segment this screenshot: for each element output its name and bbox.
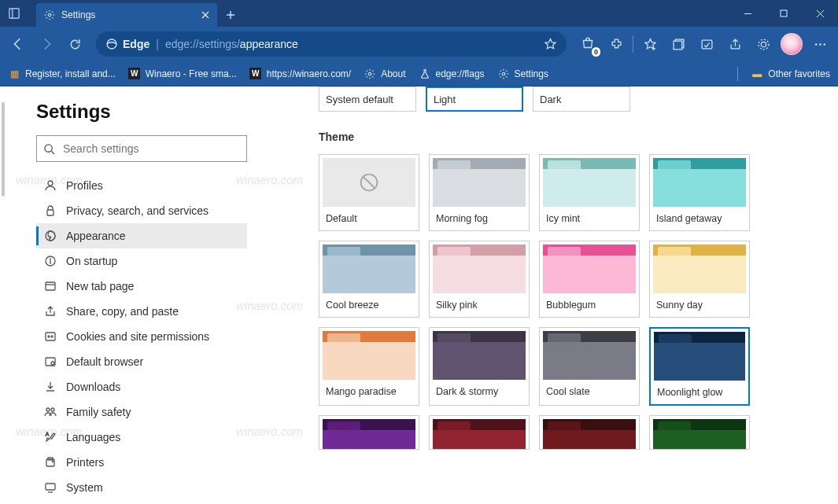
theme-label: Island getaway [653,207,746,226]
svg-line-41 [363,176,375,189]
theme-card-partial-[interactable] [429,415,530,450]
svg-point-9 [761,42,766,46]
theme-label: Cool slate [543,380,636,399]
theme-card-partial-[interactable] [539,415,640,450]
nav-icon [44,456,57,469]
scrollbar-thumb[interactable] [2,102,5,197]
theme-card-default[interactable]: Default [319,154,419,231]
prohibited-icon [359,172,379,193]
bookmark-item[interactable]: About [364,68,405,80]
sidebar-item-family-safety[interactable]: Family safety [36,399,247,425]
sidebar-item-share-copy-and-paste[interactable]: Share, copy, and paste [36,299,247,324]
shopping-icon[interactable]: 0 [574,31,601,57]
collections-icon[interactable] [665,31,692,57]
svg-point-33 [51,408,54,411]
theme-card-cool-breeze[interactable]: Cool breeze [319,241,419,318]
gear-icon [497,68,510,80]
sidebar-item-label: Printers [66,456,104,469]
theme-card-island-getaway[interactable]: Island getaway [649,154,750,231]
back-button[interactable] [5,31,31,57]
svg-rect-3 [781,10,787,17]
sidebar-item-printers[interactable]: Printers [36,450,247,475]
close-window-button[interactable] [802,0,838,27]
new-tab-button[interactable] [219,3,242,27]
sidebar-item-downloads[interactable]: Downloads [36,374,247,399]
svg-point-28 [48,336,50,337]
badge-count: 0 [592,47,600,57]
theme-card-sunny-day[interactable]: Sunny day [649,241,750,318]
tab-actions-icon[interactable] [3,2,25,24]
theme-card-silky-pink[interactable]: Silky pink [429,241,530,318]
sidebar-item-new-tab-page[interactable]: New tab page [36,274,247,299]
browser-tab[interactable]: Settings [36,3,217,27]
mode-dark[interactable]: Dark [533,86,630,112]
extensions-icon[interactable] [603,31,629,57]
theme-card-moonlight-glow[interactable]: Moonlight glow [649,327,750,406]
favorites-icon[interactable] [637,31,663,57]
profile-avatar[interactable] [778,31,805,57]
sidebar-item-privacy-search-and-services[interactable]: Privacy, search, and services [36,198,247,223]
close-icon[interactable] [201,11,209,19]
svg-point-4 [107,39,116,49]
svg-point-31 [51,362,54,365]
search-input[interactable] [63,142,240,155]
sidebar-item-profiles[interactable]: Profiles [36,173,247,198]
maximize-button[interactable] [766,0,802,27]
sidebar-item-system[interactable]: System [36,475,247,500]
performance-icon[interactable] [750,31,777,57]
bookmark-item[interactable]: Whttps://winaero.com/ [249,68,351,80]
mode-system-default[interactable]: System default [319,86,416,112]
bookmark-item[interactable]: ▦Register, install and... [8,68,116,80]
mode-light[interactable]: Light [426,86,523,112]
bookmark-item[interactable]: edge://flags [419,68,485,80]
url-path-dim: settings/ [199,38,240,50]
favorites-bar: ▦Register, install and... WWinaero - Fre… [0,61,838,86]
bookmark-item[interactable]: Settings [497,68,548,80]
theme-card-partial-[interactable] [649,415,750,450]
other-favorites[interactable]: ▬Other favorites [751,68,830,80]
nav-icon [44,330,57,343]
refresh-button[interactable] [61,31,88,57]
theme-card-partial-[interactable] [319,415,419,450]
theme-card-icy-mint[interactable]: Icy mint [539,154,640,231]
theme-label: Cool breeze [323,293,415,312]
forward-button[interactable] [33,31,60,57]
sidebar-item-default-browser[interactable]: Default browser [36,349,247,374]
content-frame: winaero.com winaero.com winaero.com wina… [0,86,838,504]
nav-icon [44,280,57,292]
address-bar[interactable]: Edge | edge://settings/appearance [96,31,567,57]
search-box[interactable] [36,135,247,162]
flask-icon [419,68,431,80]
favorite-star-icon[interactable] [544,38,557,51]
sidebar-item-on-startup[interactable]: On startup [36,248,247,274]
svg-rect-27 [46,333,55,340]
tab-title: Settings [61,9,95,20]
sidebar-item-languages[interactable]: ALanguages [36,425,247,450]
bookmark-icon: W [249,68,262,80]
theme-label: Morning fog [433,207,526,226]
bookmark-item[interactable]: WWinaero - Free sma... [128,68,237,80]
theme-card-cool-slate[interactable]: Cool slate [539,327,640,406]
theme-label: Mango paradise [323,380,415,399]
settings-nav: ProfilesPrivacy, search, and servicesApp… [36,173,252,500]
share-icon[interactable] [722,31,748,57]
svg-rect-22 [47,210,54,215]
window-controls [729,0,838,27]
theme-label: Moonlight glow [654,381,745,399]
bookmark-icon: ▦ [8,68,20,80]
theme-card-mango-paradise[interactable]: Mango paradise [319,327,419,406]
nav-icon [44,305,57,318]
screenshot-icon[interactable] [693,31,720,57]
sidebar-item-appearance[interactable]: Appearance [36,223,247,248]
theme-label: Sunny day [653,293,746,312]
svg-point-21 [48,181,53,186]
svg-rect-0 [9,9,19,18]
minimize-button[interactable] [729,0,766,27]
theme-card-dark-stormy[interactable]: Dark & stormy [429,327,530,406]
theme-card-bubblegum[interactable]: Bubblegum [539,241,640,318]
theme-card-morning-fog[interactable]: Morning fog [429,154,530,231]
sidebar-item-label: Downloads [66,381,120,393]
sidebar-item-label: Family safety [66,406,131,418]
more-icon[interactable] [807,31,833,57]
sidebar-item-cookies-and-site-permissions[interactable]: Cookies and site permissions [36,324,247,349]
